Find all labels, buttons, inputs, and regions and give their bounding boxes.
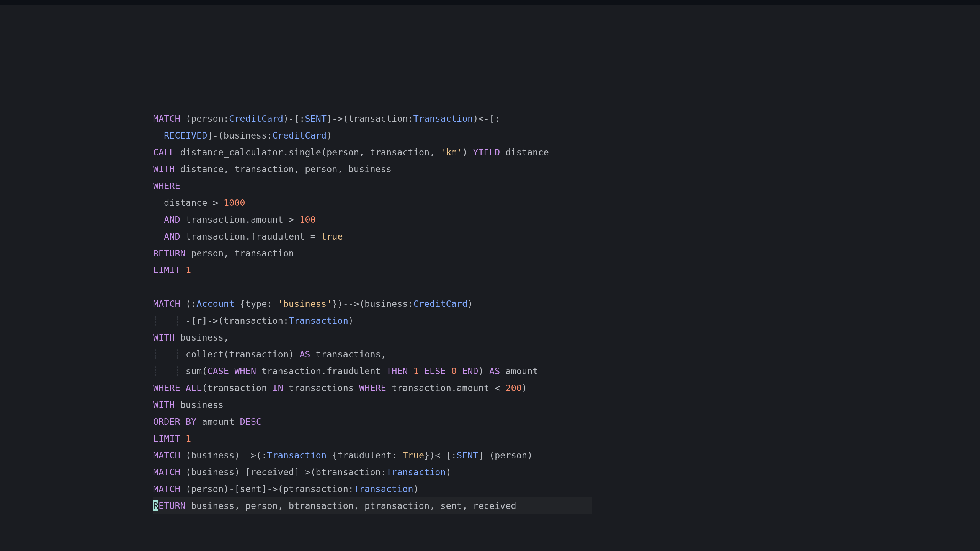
code-line: WITH business, (153, 332, 229, 342)
code-line: WHERE ALL(transaction IN transactions WH… (153, 383, 527, 393)
code-line: MATCH (:Account {type: 'business'})-->(b… (153, 298, 473, 309)
current-line: RETURN business, person, btransaction, p… (153, 497, 592, 514)
code-line: ┊ ┊ -[r]->(transaction:Transaction) (153, 315, 354, 326)
code-line (153, 282, 158, 292)
code-line: ORDER BY amount DESC (153, 416, 261, 427)
code-line: LIMIT 1 (153, 265, 191, 275)
title-bar (0, 0, 980, 5)
code-line: LIMIT 1 (153, 433, 191, 443)
code-line: ┊ ┊ sum(CASE WHEN transaction.fraudulent… (153, 366, 538, 376)
code-line: MATCH (business)-->(:Transaction {fraudu… (153, 450, 532, 460)
cursor: R (153, 500, 158, 511)
code-line: WITH distance, transaction, person, busi… (153, 164, 392, 174)
code-line: MATCH (person:CreditCard)-[:SENT]->(tran… (153, 113, 500, 124)
code-line: distance > 1000 (153, 197, 245, 208)
code-line: MATCH (business)-[received]->(btransacti… (153, 467, 451, 477)
code-line: RETURN person, transaction (153, 248, 294, 258)
code-line: WITH business (153, 399, 224, 410)
code-line: MATCH (person)-[sent]->(ptransaction:Tra… (153, 484, 419, 494)
code-line: AND transaction.amount > 100 (153, 214, 316, 225)
code-line: CALL distance_calculator.single(person, … (153, 147, 549, 157)
code-line: RECEIVED]-(business:CreditCard) (153, 130, 332, 140)
keyword-match: MATCH (153, 113, 180, 124)
code-line: ┊ ┊ collect(transaction) AS transactions… (153, 349, 386, 359)
code-line: AND transaction.fraudulent = true (153, 231, 343, 241)
code-line: WHERE (153, 181, 180, 191)
code-editor[interactable]: MATCH (person:CreditCard)-[:SENT]->(tran… (0, 5, 980, 514)
